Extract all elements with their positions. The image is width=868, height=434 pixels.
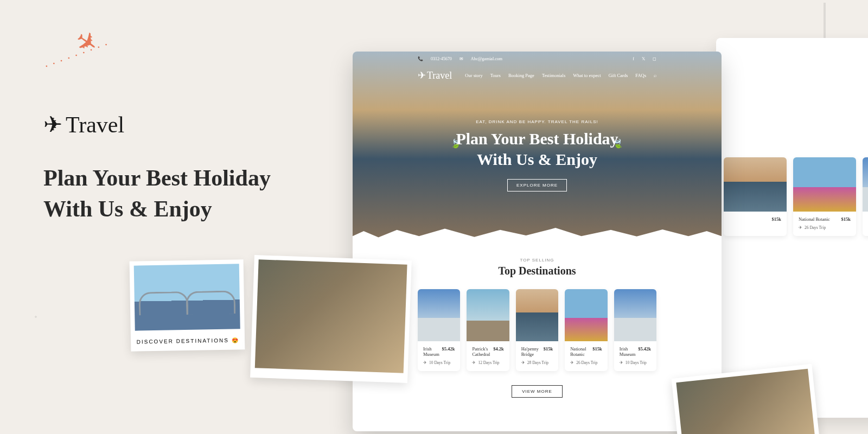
nav-tours[interactable]: Tours — [490, 73, 501, 78]
headline-line1: Plan Your Best Holiday — [43, 163, 271, 194]
photo-food-market — [255, 259, 407, 373]
card-thumb — [793, 157, 856, 212]
phone-icon: 📞 — [418, 56, 423, 61]
card-trip: 26 Days Trip — [805, 225, 826, 230]
photo-tower-bridge — [134, 264, 240, 330]
section-subtitle: TOP SELLING — [418, 258, 656, 263]
destination-card[interactable]: Irish Museum$5.42k ✈10 Days Trip — [614, 289, 656, 371]
card-price: $5.42k — [638, 346, 651, 357]
destination-cards: Irish Museum$5.42k ✈10 Days Trip Patrick… — [418, 289, 656, 371]
card-name: Irish Museum — [620, 346, 639, 357]
destination-card[interactable]: Irish Museum$5.42k ✈10 Days Trip — [418, 289, 460, 371]
brand-logo: ✈ Travel — [43, 111, 124, 138]
hero-title: Plan Your Best Holiday With Us & Enjoy — [353, 129, 722, 169]
twitter-icon[interactable]: 𝕏 — [642, 56, 645, 61]
instagram-icon[interactable]: ◻ — [653, 56, 656, 61]
plane-icon: ✈ — [423, 360, 427, 365]
hero-tagline: EAT, DRINK AND BE HAPPY. TRAVEL THE RAIL… — [353, 119, 722, 124]
card-name: Patrick's Cathedral — [472, 346, 493, 357]
topbar: 📞 0312-45670 ✉ Abc@gamial.com f 𝕏 ◻ — [353, 52, 722, 66]
card-thumb — [467, 289, 509, 341]
nav-testimonials[interactable]: Testimonials — [542, 73, 565, 78]
explore-more-button[interactable]: EXPLORE MORE — [507, 179, 567, 192]
website-preview-main: 📞 0312-45670 ✉ Abc@gamial.com f 𝕏 ◻ ✈ Tr… — [353, 52, 722, 431]
card-price: $15k — [841, 216, 851, 222]
nav-links: Our story Tours Booking Page Testimonial… — [465, 73, 656, 78]
card-thumb — [863, 157, 868, 212]
topbar-phone: 0312-45670 — [431, 56, 452, 61]
photo-cuisine — [676, 369, 815, 434]
card-thumb — [516, 289, 558, 341]
destination-card[interactable]: Ha'penny Bridge$15k ✈28 Days Trip — [516, 289, 558, 371]
card-name: National Botanic — [799, 216, 830, 222]
airplane-icon: ✈ — [43, 111, 62, 138]
plane-icon: ✈ — [570, 360, 574, 365]
card-trip: 10 Days Trip — [429, 360, 450, 365]
search-icon[interactable]: ⌕ — [654, 73, 656, 78]
card-trip: 28 Days Trip — [527, 360, 548, 365]
card-trip: 12 Days Trip — [478, 360, 499, 365]
airplane-icon: ✈ — [418, 69, 426, 81]
card-price: $15k — [544, 346, 553, 357]
card-thumb — [418, 289, 460, 341]
nav-booking[interactable]: Booking Page — [508, 73, 534, 78]
card-name: National Botanic — [570, 346, 592, 357]
nav-logo[interactable]: ✈ Travel — [418, 69, 452, 81]
card-trip: 26 Days Trip — [576, 360, 597, 365]
plane-icon: ✈ — [521, 360, 525, 365]
headline: Plan Your Best Holiday With Us & Enjoy — [43, 163, 271, 224]
polaroid-food — [250, 255, 412, 383]
topbar-email: Abc@gamial.com — [471, 56, 502, 61]
headline-line2: With Us & Enjoy — [43, 194, 271, 225]
card-name: Ha'penny Bridge — [521, 346, 544, 357]
main-nav: ✈ Travel Our story Tours Booking Page Te… — [353, 66, 722, 85]
card-price: $5.42k — [442, 346, 455, 357]
card-thumb — [614, 289, 656, 341]
hero-section: 📞 0312-45670 ✉ Abc@gamial.com f 𝕏 ◻ ✈ Tr… — [353, 52, 722, 247]
nav-gift-cards[interactable]: Gift Cards — [609, 73, 628, 78]
nav-our-story[interactable]: Our story — [465, 73, 482, 78]
nav-what-to-expect[interactable]: What to expect — [573, 73, 601, 78]
destination-card[interactable]: National Botanic$15k ✈26 Days Trip — [793, 157, 856, 236]
tourist-sketch — [0, 239, 119, 434]
card-thumb — [565, 289, 607, 341]
plane-icon: ✈ — [472, 360, 476, 365]
card-name: Irish Museum — [423, 346, 442, 357]
email-icon: ✉ — [459, 56, 463, 61]
card-thumb — [724, 157, 787, 212]
facebook-icon[interactable]: f — [633, 56, 634, 61]
destination-card[interactable]: Irish Museum ✈10 Days Trip — [863, 157, 868, 236]
destination-card[interactable]: Patrick's Cathedral$4.2k ✈12 Days Trip — [467, 289, 509, 371]
destination-card[interactable]: $15k — [724, 157, 787, 236]
hero-content: EAT, DRINK AND BE HAPPY. TRAVEL THE RAIL… — [353, 119, 722, 192]
torn-edge-decoration — [353, 222, 722, 247]
card-price: $15k — [592, 346, 602, 357]
section-title: Top Destinations — [418, 265, 656, 277]
card-trip: 10 Days Trip — [626, 360, 647, 365]
polaroid-discover: DISCOVER DESTINATIONS 😍 — [130, 259, 245, 352]
card-price: $15k — [772, 216, 781, 222]
view-more-button[interactable]: VIEW MORE — [512, 385, 563, 398]
brand-text: Travel — [66, 112, 124, 138]
website-preview-secondary: $15k National Botanic$15k ✈26 Days Trip … — [716, 38, 868, 418]
plane-icon: ✈ — [799, 225, 802, 230]
destination-card[interactable]: National Botanic$15k ✈26 Days Trip — [565, 289, 607, 371]
plane-icon: ✈ — [620, 360, 623, 365]
nav-faqs[interactable]: FAQs — [635, 73, 646, 78]
polaroid-caption: DISCOVER DESTINATIONS 😍 — [131, 337, 245, 345]
card-price: $4.2k — [493, 346, 504, 357]
